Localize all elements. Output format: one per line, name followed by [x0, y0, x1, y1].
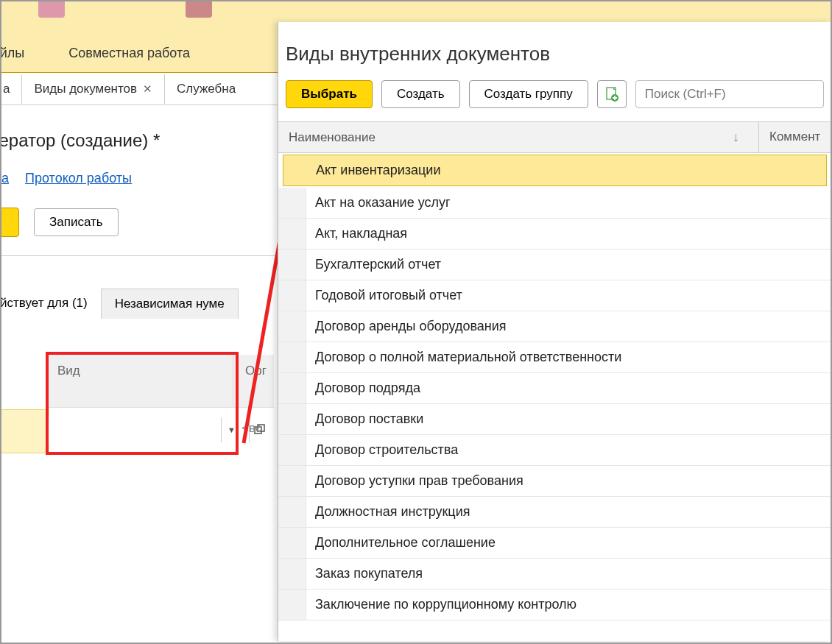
write-button[interactable]: Записать [34, 208, 119, 236]
list-item-label: Договор строительства [315, 442, 458, 457]
col-header-name[interactable]: Наименование ↓ [278, 122, 759, 152]
sort-asc-icon: ↓ [733, 130, 748, 145]
tree-indent [278, 435, 306, 465]
subtab-independent[interactable]: Независимая нуме [101, 289, 239, 319]
tab-partial[interactable]: а [1, 74, 22, 104]
document-type-list: Акт инвентаризацииАкт на оказание услугА… [278, 155, 831, 620]
link-era[interactable]: ера [0, 171, 9, 186]
list-item[interactable]: Должностная инструкция [278, 497, 831, 528]
tree-indent [278, 280, 306, 311]
tree-indent [278, 250, 306, 280]
list-item[interactable]: Акт на оказание услуг [278, 188, 831, 219]
list-item-label: Акт на оказание услуг [315, 195, 451, 210]
menu-item-collab[interactable]: Совместная работа [68, 46, 190, 61]
tree-indent [278, 404, 306, 434]
save-close-button[interactable] [0, 208, 19, 237]
list-item-label: Договор уступки прав требования [315, 473, 523, 488]
list-item[interactable]: Заказ покупателя [278, 559, 831, 590]
tree-indent [278, 497, 306, 527]
create-button[interactable]: Создать [381, 80, 460, 108]
tree-indent [278, 373, 306, 403]
list-item-label: Договор аренды оборудования [315, 319, 507, 333]
dialog-document-types: Виды внутренних документов Выбрать Созда… [278, 22, 831, 641]
menu-item-files[interactable]: ы и файлы [0, 46, 24, 61]
list-item[interactable]: Бухгалтерский отчет [278, 250, 831, 280]
dialog-title: Виды внутренних документов [278, 22, 831, 80]
list-item[interactable]: Договор уступки прав требования [278, 466, 831, 497]
list-item-label: Акт инвентаризации [316, 163, 440, 177]
tree-indent [278, 219, 306, 249]
list-item-label: Бухгалтерский отчет [315, 257, 441, 272]
subtab-applies[interactable]: йствует для (1) [0, 289, 101, 319]
list-item[interactable]: Договор подряда [278, 373, 831, 404]
grid-all-placeholder: <вс [242, 421, 261, 436]
list-item-label: Договор о полной материальной ответствен… [315, 350, 621, 364]
col-header-comment[interactable]: Коммент [759, 122, 831, 152]
page-title: мератор (создание) * [0, 130, 160, 151]
tree-indent [278, 559, 306, 589]
list-item[interactable]: Годовой итоговый отчет [278, 280, 831, 311]
list-item[interactable]: Заключение по коррупционному контролю [278, 590, 831, 620]
grid-col-org[interactable]: Орг [233, 355, 274, 408]
list-item[interactable]: Акт, накладная [278, 219, 831, 250]
list-item-label: Заключение по коррупционному контролю [315, 597, 577, 612]
search-input[interactable] [635, 80, 824, 108]
list-item-label: Должностная инструкция [315, 504, 470, 519]
tree-indent [278, 311, 306, 342]
list-item-label: Годовой итоговый отчет [315, 288, 462, 302]
tree-indent [278, 188, 306, 218]
tree-indent [278, 590, 306, 620]
list-item[interactable]: Договор о полной материальной ответствен… [278, 342, 831, 373]
bg-section-icon [38, 1, 65, 18]
list-item[interactable]: Договор аренды оборудования [278, 311, 831, 342]
bg-section-icon [186, 1, 212, 18]
list-item-label: Дополнительное соглашение [315, 535, 496, 550]
list-item-label: Акт, накладная [315, 226, 407, 241]
create-group-button[interactable]: Создать группу [469, 80, 588, 108]
add-doc-icon-button[interactable] [597, 80, 627, 108]
grid-row-highlight [1, 409, 49, 453]
tree-indent [278, 466, 306, 496]
close-icon[interactable]: ✕ [143, 82, 152, 96]
list-item[interactable]: Договор строительства [278, 435, 831, 466]
list-item-label: Договор поставки [315, 411, 423, 426]
list-item-label: Договор подряда [315, 381, 420, 395]
tab-document-types[interactable]: Виды документов ✕ [22, 74, 165, 104]
tree-indent [278, 528, 306, 558]
tree-indent [278, 342, 306, 372]
link-protocol[interactable]: Протокол работы [25, 171, 132, 186]
list-item[interactable]: Дополнительное соглашение [278, 528, 831, 559]
select-button[interactable]: Выбрать [286, 80, 373, 108]
tab-service[interactable]: Служебна [165, 74, 247, 104]
list-item-label: Заказ покупателя [315, 566, 423, 581]
list-item[interactable]: Акт инвентаризации [283, 155, 827, 186]
list-item[interactable]: Договор поставки [278, 404, 831, 435]
annotation-highlight-box [46, 352, 239, 455]
